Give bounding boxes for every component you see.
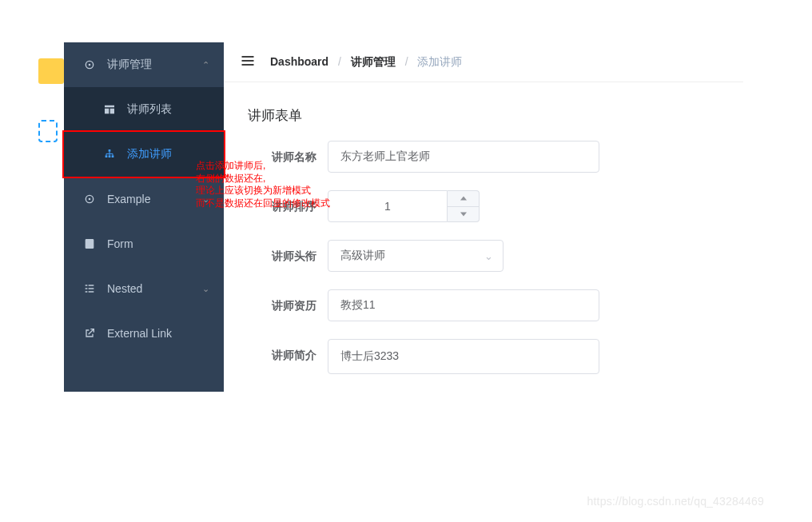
form-label-career: 讲师资历	[248, 289, 328, 321]
sidebar-item-external-link[interactable]: External Link	[64, 311, 224, 356]
breadcrumb-mid[interactable]: 讲师管理	[351, 55, 396, 68]
orange-square-icon	[38, 58, 64, 84]
breadcrumb-leaf: 添加讲师	[417, 55, 462, 68]
sidebar-item-teacher-list[interactable]: 讲师列表	[64, 87, 224, 132]
sidebar-item-label: External Link	[107, 327, 172, 340]
form-row-career: 讲师资历	[248, 289, 719, 321]
stepper-down-button[interactable]	[448, 206, 480, 223]
sidebar-item-label: Form	[107, 237, 133, 250]
breadcrumb: Dashboard / 讲师管理 / 添加讲师	[270, 55, 462, 70]
chevron-down-icon: ⌄	[202, 284, 209, 294]
breadcrumb-root[interactable]: Dashboard	[270, 55, 328, 68]
form-label-title: 讲师头衔	[248, 240, 328, 272]
red-annotation: 点击添加讲师后, 右侧的数据还在, 理论上应该切换为新增模式 而不是数据还在回显…	[196, 160, 330, 209]
hamburger-icon[interactable]	[240, 53, 256, 72]
annotation-line: 右侧的数据还在,	[196, 173, 330, 185]
form-row-title: 讲师头衔 高级讲师 ⌄	[248, 240, 719, 272]
blue-dashed-icon	[38, 120, 58, 142]
chevron-down-icon: ⌄	[484, 250, 493, 262]
teacher-career-input[interactable]	[328, 289, 599, 321]
form-label-intro: 讲师简介	[248, 339, 328, 371]
chevron-up-icon: ⌃	[202, 60, 209, 70]
teacher-name-input[interactable]	[328, 141, 599, 173]
tree-icon	[100, 148, 119, 161]
sidebar-item-label: Example	[107, 193, 150, 205]
annotation-line: 理论上应该切换为新增模式	[196, 185, 330, 197]
sidebar-item-form[interactable]: Form	[64, 221, 224, 266]
teacher-sort-input[interactable]	[328, 190, 448, 222]
stepper-up-button[interactable]	[448, 190, 480, 206]
sidebar: 讲师管理 ⌃ 讲师列表 添加讲师 Example ⌄	[64, 42, 224, 392]
sidebar-item-label: Nested	[107, 282, 142, 295]
svg-rect-1	[109, 149, 111, 152]
sidebar-group-label: 讲师管理	[107, 58, 152, 72]
circle-icon	[80, 193, 99, 205]
chevron-up-icon	[460, 195, 467, 201]
teacher-sort-stepper	[328, 190, 480, 222]
svg-rect-2	[105, 155, 108, 157]
sidebar-group-teacher[interactable]: 讲师管理 ⌃	[64, 42, 224, 87]
teacher-title-select[interactable]: 高级讲师 ⌄	[328, 240, 504, 272]
svg-rect-4	[112, 155, 114, 157]
table-icon	[100, 103, 119, 116]
breadcrumb-sep: /	[338, 55, 341, 68]
form-title: 讲师表单	[248, 106, 719, 125]
circle-icon	[80, 58, 99, 71]
watermark: https://blog.csdn.net/qq_43284469	[587, 495, 764, 508]
main-content: Dashboard / 讲师管理 / 添加讲师 讲师表单 讲师名称 讲师排序	[224, 42, 743, 392]
sidebar-item-label: 添加讲师	[127, 147, 172, 161]
svg-rect-3	[109, 155, 111, 157]
svg-point-5	[89, 198, 91, 201]
select-value: 高级讲师	[340, 249, 385, 263]
teacher-intro-input[interactable]	[328, 339, 599, 374]
chevron-down-icon	[460, 211, 467, 217]
sidebar-item-nested[interactable]: Nested ⌄	[64, 266, 224, 311]
form-icon	[80, 237, 99, 250]
left-decoration	[38, 42, 64, 142]
form-area: 讲师表单 讲师名称 讲师排序	[224, 82, 743, 374]
sidebar-item-label: 讲师列表	[127, 102, 172, 117]
annotation-line: 而不是数据还在回显的修改模式	[196, 197, 330, 210]
svg-point-0	[89, 64, 91, 66]
annotation-line: 点击添加讲师后,	[196, 160, 330, 173]
nested-icon	[80, 282, 99, 295]
breadcrumb-sep: /	[405, 55, 408, 68]
header-bar: Dashboard / 讲师管理 / 添加讲师	[224, 42, 743, 82]
app-container: 讲师管理 ⌃ 讲师列表 添加讲师 Example ⌄	[64, 42, 743, 392]
form-row-intro: 讲师简介	[248, 339, 719, 374]
external-link-icon	[80, 327, 99, 340]
